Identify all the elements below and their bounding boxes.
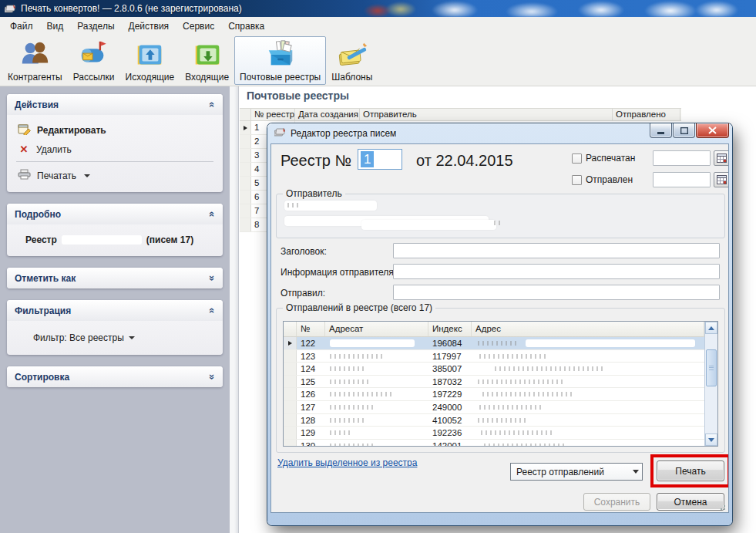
- registry-editor-dialog: Редактор реестра писем Реестр № 1 от 22.…: [267, 123, 732, 525]
- dialog-titlebar[interactable]: Редактор реестра писем: [270, 123, 729, 143]
- row-selector[interactable]: [284, 401, 297, 413]
- address-cell: [472, 440, 704, 446]
- row-selector[interactable]: [284, 427, 297, 439]
- delete-selected-link[interactable]: Удалить выделенное из реестра: [277, 457, 417, 468]
- item-row[interactable]: 123 117997: [284, 350, 704, 363]
- scroll-down-button[interactable]: [705, 433, 717, 446]
- app-envelope-icon: [5, 4, 16, 14]
- panel-actions-header[interactable]: Действия: [7, 94, 223, 115]
- maximize-button[interactable]: [673, 123, 695, 138]
- registry-number-input[interactable]: 1: [358, 149, 402, 170]
- minimize-button[interactable]: [650, 123, 672, 138]
- row-selector[interactable]: [240, 191, 251, 204]
- item-number-cell: 124: [297, 363, 325, 375]
- row-selector[interactable]: [284, 376, 297, 388]
- item-row[interactable]: 130 142001: [284, 440, 704, 446]
- column-header[interactable]: Адресат: [325, 322, 428, 336]
- item-row[interactable]: 127 249000: [284, 401, 704, 414]
- printed-checkbox[interactable]: [572, 153, 582, 164]
- toolbar-outgoing[interactable]: Исходящие: [120, 36, 180, 85]
- toolbar-incoming[interactable]: Входящие: [180, 36, 234, 85]
- resize-grip[interactable]: [717, 502, 726, 511]
- item-row[interactable]: 129 192236: [284, 427, 704, 440]
- combobox-arrow-button[interactable]: [629, 464, 642, 480]
- chevron-up-icon[interactable]: [210, 209, 215, 219]
- row-selector[interactable]: [240, 204, 251, 218]
- sent-by-field-input[interactable]: [393, 285, 720, 300]
- scrollbar-thumb[interactable]: [706, 349, 717, 386]
- column-header[interactable]: Адрес: [472, 322, 704, 336]
- scroll-up-button[interactable]: [705, 322, 717, 334]
- menu-sections[interactable]: Разделы: [70, 19, 121, 34]
- menu-view[interactable]: Вид: [40, 19, 71, 34]
- cancel-button[interactable]: Отмена: [657, 493, 724, 511]
- menu-actions[interactable]: Действия: [122, 19, 176, 34]
- panel-details-header[interactable]: Подробно: [7, 204, 223, 224]
- row-selector[interactable]: [240, 163, 251, 176]
- sent-date-input[interactable]: [653, 172, 711, 187]
- sender-info-field-input[interactable]: [393, 264, 720, 279]
- menu-file[interactable]: Файл: [3, 19, 40, 34]
- printed-calendar-button[interactable]: [714, 150, 729, 166]
- printed-date-input[interactable]: [653, 150, 711, 166]
- item-row[interactable]: 128 410052: [284, 414, 704, 427]
- panel-filtering-header[interactable]: Фильтрация: [7, 300, 223, 321]
- report-type-combobox[interactable]: Реестр отправлений: [510, 463, 643, 481]
- chevron-up-icon[interactable]: [210, 100, 215, 110]
- addressee-cell: [325, 401, 428, 413]
- row-selector[interactable]: [240, 218, 251, 231]
- panel-sorting-header[interactable]: Сортировка: [7, 366, 223, 387]
- redacted-text: [330, 339, 415, 347]
- column-header[interactable]: №: [297, 322, 325, 336]
- row-selector[interactable]: [240, 121, 251, 134]
- registry-drawer-icon: [264, 39, 297, 71]
- column-header[interactable]: Индекс: [428, 322, 472, 336]
- item-row[interactable]: 124 385007: [284, 363, 704, 376]
- column-header[interactable]: № реестра: [251, 109, 295, 120]
- address-cell: [472, 427, 704, 439]
- row-selector[interactable]: [240, 149, 251, 162]
- column-header[interactable]: Дата создания: [295, 109, 360, 120]
- item-row[interactable]: 126 197229: [284, 388, 704, 401]
- row-selector[interactable]: [284, 337, 297, 349]
- row-selector[interactable]: [240, 177, 251, 190]
- row-selector[interactable]: [284, 388, 297, 400]
- menu-help[interactable]: Справка: [221, 19, 271, 34]
- chevron-down-icon[interactable]: [210, 273, 215, 283]
- scrollbar-track[interactable]: [705, 334, 717, 433]
- row-selector-header: [284, 322, 297, 336]
- save-button[interactable]: Сохранить: [583, 493, 650, 511]
- toolbar-postal-registries[interactable]: Почтовые реестры: [234, 36, 326, 85]
- toolbar-contacts[interactable]: Контрагенты: [2, 36, 68, 85]
- action-print[interactable]: Печатать: [16, 166, 213, 185]
- row-selector[interactable]: [284, 440, 297, 446]
- app-screen: Печать конвертов! — 2.8.0.6 (не зарегист…: [0, 0, 756, 533]
- panel-title: Сортировка: [15, 372, 69, 383]
- action-delete[interactable]: Удалить: [16, 140, 213, 158]
- filter-dropdown[interactable]: Фильтр: Все реестры: [16, 326, 213, 348]
- column-header[interactable]: Отправлено: [613, 109, 680, 120]
- action-edit[interactable]: Редактировать: [16, 120, 213, 140]
- redacted-text: [330, 354, 384, 359]
- item-row[interactable]: 125 187032: [284, 376, 704, 389]
- toolbar-mailings[interactable]: Рассылки: [68, 36, 120, 85]
- panel-mark-as-header[interactable]: Отметить как: [7, 268, 223, 288]
- item-row[interactable]: 122 196084: [284, 337, 704, 350]
- edit-icon: [18, 123, 31, 137]
- row-selector[interactable]: [284, 350, 297, 363]
- row-selector[interactable]: [284, 363, 297, 375]
- menu-service[interactable]: Сервис: [176, 19, 221, 34]
- close-button[interactable]: [696, 123, 729, 138]
- row-selector[interactable]: [240, 135, 251, 148]
- sent-checkbox[interactable]: [572, 175, 582, 185]
- chevron-up-icon[interactable]: [210, 305, 215, 315]
- toolbar-templates[interactable]: Шаблоны: [326, 36, 378, 85]
- sidebar-splitter[interactable]: [230, 86, 239, 533]
- print-button[interactable]: Печать: [657, 460, 724, 481]
- row-selector[interactable]: [284, 414, 297, 427]
- sent-calendar-button[interactable]: [714, 172, 729, 187]
- chevron-down-icon[interactable]: [210, 372, 215, 382]
- window-title: Печать конвертов! — 2.8.0.6 (не зарегист…: [21, 3, 242, 14]
- header-field-input[interactable]: [393, 243, 720, 258]
- column-header[interactable]: Отправитель: [360, 109, 613, 120]
